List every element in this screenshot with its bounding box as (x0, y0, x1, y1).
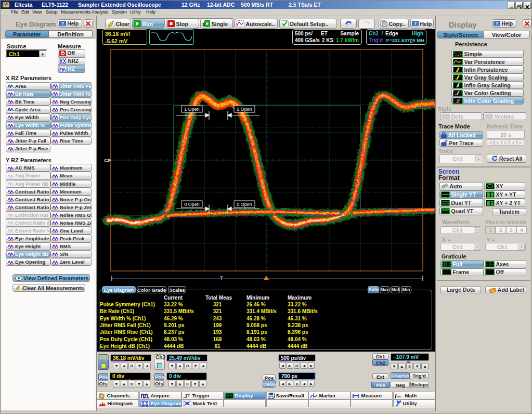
svg-text:T: T (220, 276, 223, 281)
svg-text:1 Open: 1 Open (184, 107, 200, 112)
svg-text:?: ? (414, 21, 417, 26)
svg-text:∞: ∞ (397, 394, 401, 399)
svg-text:?: ? (496, 21, 499, 26)
svg-text:0 Open: 0 Open (237, 202, 252, 207)
svg-text:?: ? (61, 21, 64, 26)
svg-text:0 Open: 0 Open (184, 202, 200, 207)
svg-text:1 Open: 1 Open (237, 107, 252, 112)
